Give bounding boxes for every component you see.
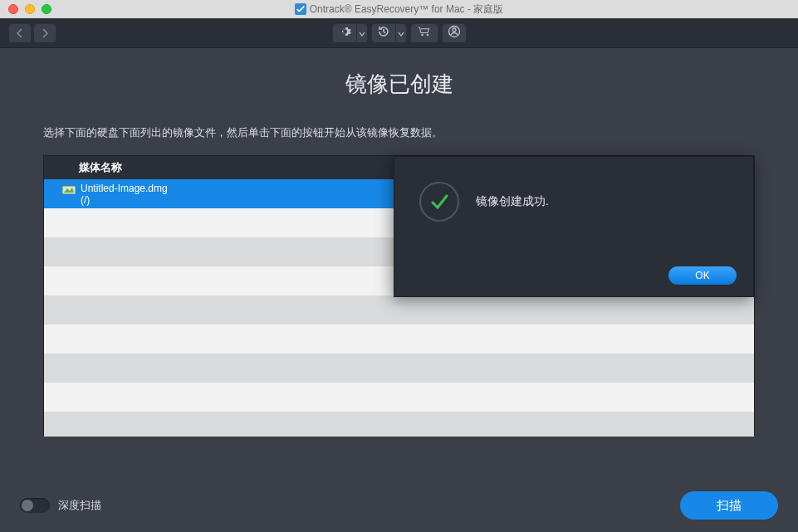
table-row[interactable] [44, 354, 754, 383]
svg-point-1 [453, 28, 456, 32]
success-dialog: 镜像创建成功. OK [394, 156, 754, 297]
page-title: 镜像已创建 [43, 70, 755, 99]
success-check-icon [419, 182, 459, 222]
ok-button[interactable]: OK [668, 266, 737, 285]
center-toolbar [332, 23, 467, 43]
footer: 深度扫描 扫描 [0, 479, 798, 532]
toggle-knob [22, 500, 33, 511]
image-table: 媒体名称 大小 系统文件 Untitled-Image.dmg (/) [43, 155, 755, 436]
cart-button[interactable] [410, 23, 438, 43]
history-menu-caret[interactable] [396, 23, 407, 43]
deep-scan-label: 深度扫描 [58, 498, 101, 513]
deep-scan-toggle[interactable] [20, 498, 50, 513]
user-button[interactable] [442, 23, 467, 43]
nav-back-button[interactable] [8, 23, 32, 43]
settings-menu-caret[interactable] [357, 23, 368, 43]
app-icon [295, 3, 306, 15]
gear-icon [338, 25, 351, 41]
instruction-text: 选择下面的硬盘下面列出的镜像文件，然后单击下面的按钮开始从该镜像恢复数据。 [43, 125, 755, 140]
history-button[interactable] [371, 23, 396, 43]
row-file-name: Untitled-Image.dmg [81, 183, 168, 194]
dialog-message: 镜像创建成功. [476, 194, 549, 209]
toolbar [0, 18, 798, 48]
table-row[interactable] [44, 325, 754, 354]
user-icon [448, 25, 461, 41]
minimize-window-button[interactable] [25, 4, 35, 14]
window-title-text: Ontrack® EasyRecovery™ for Mac - 家庭版 [310, 2, 504, 17]
window-title: Ontrack® EasyRecovery™ for Mac - 家庭版 [0, 2, 798, 17]
close-window-button[interactable] [8, 4, 18, 14]
row-file-path: (/) [81, 194, 168, 206]
table-row[interactable] [44, 295, 754, 325]
cart-icon [418, 25, 431, 41]
maximize-window-button[interactable] [42, 4, 51, 14]
scan-button[interactable]: 扫描 [680, 491, 778, 520]
table-row[interactable] [44, 383, 754, 412]
main-content: 镜像已创建 选择下面的硬盘下面列出的镜像文件，然后单击下面的按钮开始从该镜像恢复… [0, 70, 798, 436]
column-header-name[interactable]: 媒体名称 [44, 156, 397, 179]
titlebar: Ontrack® EasyRecovery™ for Mac - 家庭版 [0, 0, 798, 18]
settings-button[interactable] [332, 23, 357, 43]
deep-scan-control: 深度扫描 [20, 498, 101, 513]
image-file-icon [62, 184, 76, 194]
history-icon [377, 25, 390, 41]
nav-forward-button[interactable] [33, 23, 56, 43]
chevron-down-icon [398, 26, 404, 41]
table-row[interactable] [44, 412, 754, 437]
chevron-down-icon [359, 26, 365, 41]
window-controls [0, 4, 51, 14]
